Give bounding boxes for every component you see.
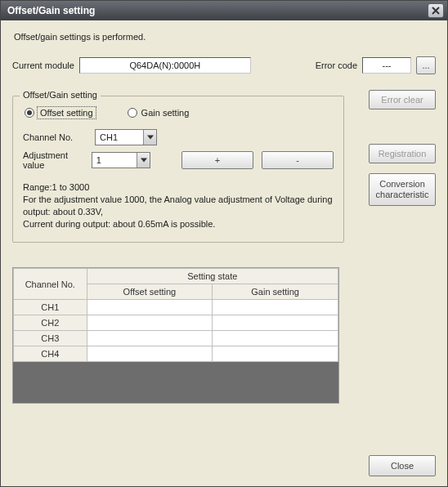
cell-gain <box>213 346 338 362</box>
col-offset: Offset setting <box>87 284 213 300</box>
table-row: CH4 <box>14 346 338 362</box>
cell-offset <box>87 315 213 331</box>
range-hint: Range:1 to 3000 For the adjustment value… <box>23 181 334 230</box>
adjustment-value: 1 <box>92 155 137 165</box>
channel-select[interactable]: CH1 <box>95 129 157 145</box>
offset-gain-window: Offset/Gain setting Offset/gain settings… <box>0 0 448 487</box>
error-code-field: --- <box>362 57 411 74</box>
col-gain: Gain setting <box>213 284 338 300</box>
radio-icon <box>128 108 137 118</box>
cell-offset <box>87 331 213 346</box>
cell-offset <box>87 346 213 362</box>
side-buttons: Error clear Registration Conversion char… <box>362 90 436 206</box>
adjustment-value-label: Adjustment value <box>23 150 85 170</box>
module-row: Current module Q64DA(N):0000H Error code… <box>12 56 436 74</box>
col-state: Setting state <box>87 269 338 284</box>
close-button[interactable]: Close <box>369 455 436 476</box>
table-empty-area <box>13 362 338 403</box>
footer: Close <box>369 455 436 476</box>
gain-setting-radio[interactable]: Gain setting <box>128 108 190 118</box>
cell-gain <box>213 315 338 331</box>
client-area: Offset/gain settings is performed. Curre… <box>1 20 447 486</box>
row-label: CH4 <box>14 346 87 362</box>
row-label: CH3 <box>14 331 87 346</box>
table-row: CH2 <box>14 315 338 331</box>
table-row: CH3 <box>14 331 338 346</box>
decrement-button[interactable]: - <box>262 151 334 169</box>
channel-no-label: Channel No. <box>23 132 88 142</box>
cell-gain <box>213 331 338 346</box>
hint-line-1: Range:1 to 3000 <box>23 181 334 194</box>
offset-gain-group: Offset/Gain setting Offset setting Gain … <box>12 96 344 243</box>
error-clear-button[interactable]: Error clear <box>369 90 436 109</box>
setting-state-table: Channel No. Setting state Offset setting… <box>12 267 339 404</box>
gain-setting-label: Gain setting <box>141 108 190 118</box>
titlebar: Offset/Gain setting <box>1 1 447 20</box>
error-details-button[interactable]: ... <box>416 56 436 74</box>
error-code-label: Error code <box>316 60 357 70</box>
table-row: CH1 <box>14 300 338 315</box>
row-label: CH2 <box>14 315 87 331</box>
registration-button[interactable]: Registration <box>369 144 436 163</box>
adjustment-value-select[interactable]: 1 <box>92 152 150 168</box>
col-channel: Channel No. <box>14 269 87 300</box>
window-title: Offset/Gain setting <box>7 5 428 16</box>
row-label: CH1 <box>14 300 87 315</box>
conversion-characteristic-button[interactable]: Conversion characteristic <box>369 173 436 206</box>
cell-gain <box>213 300 338 315</box>
offset-setting-label: Offset setting <box>38 108 95 118</box>
hint-line-2: For the adjustment value 1000, the Analo… <box>23 194 334 218</box>
hint-line-3: Current during output: about 0.65mA is p… <box>23 218 334 230</box>
channel-value: CH1 <box>96 132 143 142</box>
offset-setting-radio[interactable]: Offset setting <box>25 108 95 118</box>
group-legend: Offset/Gain setting <box>20 90 101 100</box>
current-module-field: Q64DA(N):0000H <box>79 57 251 74</box>
increment-button[interactable]: + <box>181 151 253 169</box>
radio-icon <box>25 108 34 118</box>
cell-offset <box>87 300 213 315</box>
chevron-down-icon <box>143 130 156 145</box>
current-module-label: Current module <box>12 60 74 70</box>
close-icon[interactable] <box>428 3 444 18</box>
chevron-down-icon <box>137 153 150 168</box>
description-text: Offset/gain settings is performed. <box>14 32 436 42</box>
